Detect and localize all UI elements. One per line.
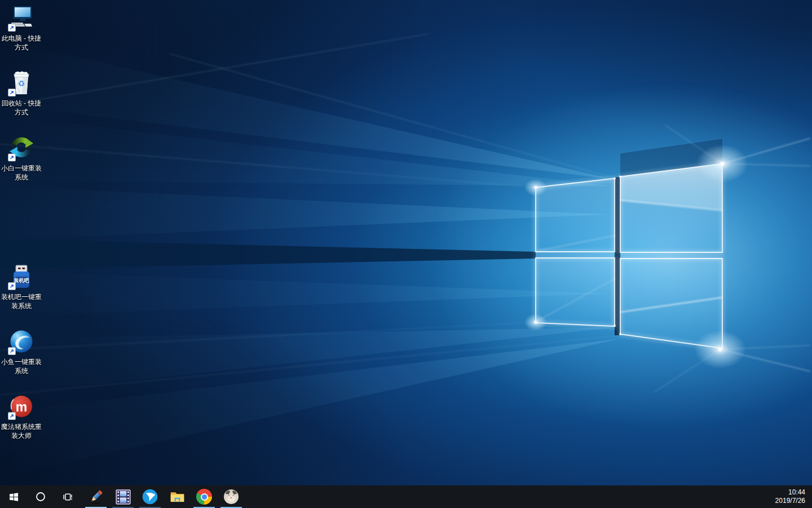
taskbar-app-chat-avatar[interactable]: [218, 485, 245, 508]
chrome-icon: [196, 489, 212, 505]
shortcut-arrow-icon: [8, 412, 16, 420]
blue-wing-icon: [142, 488, 158, 505]
taskbar-app-file-explorer[interactable]: [164, 485, 191, 508]
taskbar-tray: 10:44 2019/7/26: [772, 485, 812, 508]
taskbar-app-wing[interactable]: [136, 485, 164, 508]
search-button[interactable]: [27, 485, 54, 508]
desktop-icon-mofazhu[interactable]: m 魔法猪系统重装大师: [1, 393, 42, 440]
clock-date: 2019/7/26: [775, 497, 805, 505]
desktop-icon-recycle-bin[interactable]: ♻ 回收站 - 快捷方式: [1, 69, 42, 117]
svg-text:♻: ♻: [18, 79, 25, 88]
desktop-icon-label: 魔法猪系统重装大师: [1, 422, 42, 440]
shortcut-arrow-icon: [8, 24, 16, 32]
cat-avatar-icon: [223, 489, 239, 505]
desktop-icon-zhuangjiba[interactable]: 装机吧 装机吧一键重装系统: [1, 263, 42, 310]
desktop-icon-label: 小鱼一键重装系统: [1, 357, 42, 375]
windows-logo-icon: [9, 492, 19, 502]
shortcut-arrow-icon: [8, 154, 16, 161]
task-view-icon: [63, 492, 73, 502]
film-strip-icon: [115, 489, 131, 505]
cortana-circle-icon: [36, 492, 46, 502]
clock-time: 10:44: [775, 488, 805, 497]
start-button[interactable]: [0, 485, 27, 508]
windows-hero-wallpaper-art: [0, 0, 812, 485]
desktop-icon-label: 回收站 - 快捷方式: [1, 99, 42, 117]
desktop-icon-this-pc[interactable]: 此电脑 - 快捷方式: [1, 5, 42, 52]
desktop-icon-xiaoyu[interactable]: 小鱼一键重装系统: [1, 328, 42, 375]
folder-icon: [169, 489, 186, 505]
desktop-wallpaper[interactable]: 此电脑 - 快捷方式 ♻ 回收站 - 快捷方式: [0, 0, 812, 485]
task-view-button[interactable]: [54, 485, 81, 508]
svg-text:m: m: [16, 400, 27, 414]
shortcut-arrow-icon: [8, 347, 16, 355]
pencil-icon: [88, 489, 104, 505]
taskbar-app-pencil[interactable]: [82, 485, 109, 508]
desktop-icon-xiaobai[interactable]: 小白一键重装系统: [1, 134, 42, 182]
windows-desktop: 此电脑 - 快捷方式 ♻ 回收站 - 快捷方式: [0, 0, 812, 508]
taskbar-clock[interactable]: 10:44 2019/7/26: [772, 488, 812, 505]
taskbar-app-movie[interactable]: [109, 485, 136, 508]
desktop-icon-label: 装机吧一键重装系统: [1, 292, 42, 310]
usb-drive-label: 装机吧: [14, 278, 30, 283]
taskbar-pinned-apps: [82, 485, 245, 508]
taskbar: 10:44 2019/7/26: [0, 485, 812, 508]
desktop-icon-label: 此电脑 - 快捷方式: [1, 34, 42, 52]
shortcut-arrow-icon: [8, 89, 16, 97]
taskbar-app-chrome[interactable]: [191, 485, 218, 508]
desktop-icon-label: 小白一键重装系统: [1, 164, 42, 182]
shortcut-arrow-icon: [8, 282, 16, 290]
